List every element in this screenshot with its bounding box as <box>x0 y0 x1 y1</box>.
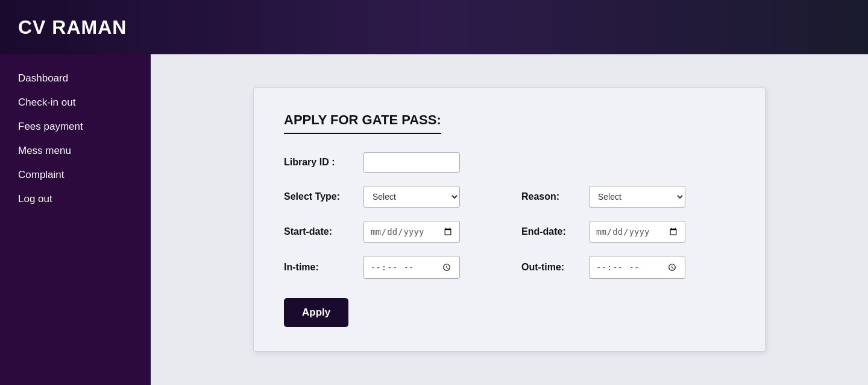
form-title: APPLY FOR GATE PASS: <box>284 112 441 134</box>
end-date-input[interactable] <box>589 221 685 243</box>
select-type-group: Select Type: Select Day pass Night pass … <box>284 186 497 208</box>
end-date-group: End-date: <box>497 221 735 243</box>
library-id-label: Library ID : <box>284 157 356 168</box>
main-layout: Dashboard Check-in out Fees payment Mess… <box>0 54 868 385</box>
library-id-group: Library ID : <box>284 152 735 173</box>
start-date-input[interactable] <box>363 221 460 243</box>
out-time-group: Out-time: <box>497 256 735 279</box>
start-date-group: Start-date: <box>284 221 497 243</box>
reason-label: Reason: <box>521 191 582 202</box>
apply-button[interactable]: Apply <box>284 298 348 327</box>
reason-dropdown[interactable]: Select Personal Medical Emergency Other <box>589 186 685 208</box>
select-type-reason-row: Select Type: Select Day pass Night pass … <box>284 186 735 208</box>
sidebar-item-mess-menu[interactable]: Mess menu <box>0 139 151 163</box>
start-date-label: Start-date: <box>284 226 356 237</box>
apply-button-row: Apply <box>284 292 735 327</box>
sidebar-item-log-out[interactable]: Log out <box>0 187 151 211</box>
out-time-input[interactable] <box>589 256 685 279</box>
sidebar-item-check-in-out[interactable]: Check-in out <box>0 91 151 115</box>
library-id-input[interactable] <box>363 152 460 173</box>
app-title: CV RAMAN <box>18 16 127 39</box>
out-time-label: Out-time: <box>521 262 582 273</box>
header: CV RAMAN <box>0 0 868 54</box>
dates-row: Start-date: End-date: <box>284 221 735 243</box>
reason-group: Reason: Select Personal Medical Emergenc… <box>497 186 735 208</box>
in-time-group: In-time: <box>284 256 497 279</box>
sidebar-item-fees-payment[interactable]: Fees payment <box>0 115 151 139</box>
library-id-row: Library ID : <box>284 152 735 173</box>
content-area: APPLY FOR GATE PASS: Library ID : Select… <box>151 54 868 385</box>
gate-pass-form-card: APPLY FOR GATE PASS: Library ID : Select… <box>253 88 766 352</box>
times-row: In-time: Out-time: <box>284 256 735 279</box>
sidebar-item-complaint[interactable]: Complaint <box>0 163 151 187</box>
end-date-label: End-date: <box>521 226 582 237</box>
in-time-label: In-time: <box>284 262 356 273</box>
sidebar-item-dashboard[interactable]: Dashboard <box>0 66 151 91</box>
select-type-dropdown[interactable]: Select Day pass Night pass Weekend pass <box>363 186 460 208</box>
select-type-label: Select Type: <box>284 191 356 202</box>
in-time-input[interactable] <box>363 256 460 279</box>
sidebar: Dashboard Check-in out Fees payment Mess… <box>0 54 151 385</box>
